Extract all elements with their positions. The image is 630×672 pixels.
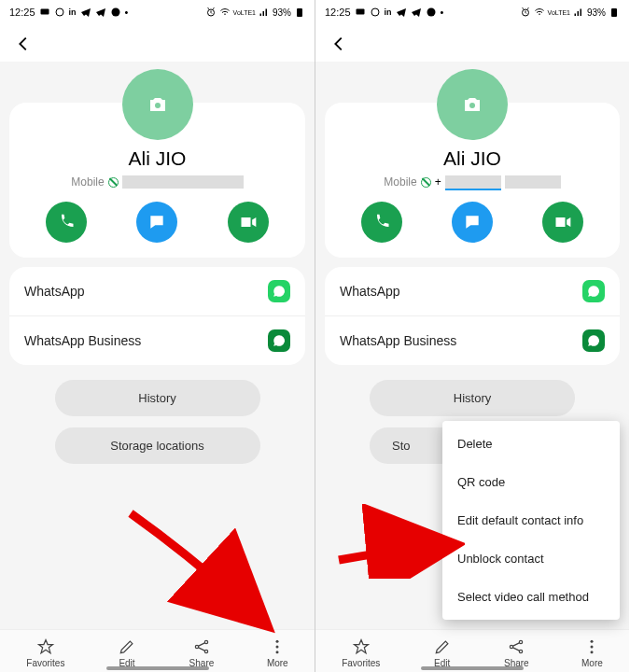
share-icon: [192, 637, 211, 656]
history-button[interactable]: History: [370, 380, 575, 416]
header-row: [315, 24, 629, 62]
blocked-icon: [421, 177, 431, 188]
menu-edit-default[interactable]: Edit default contact info: [442, 501, 620, 539]
linked-apps-list: WhatsApp WhatsApp Business: [9, 267, 305, 365]
storage-truncated-label: Sto: [392, 439, 411, 453]
svg-point-8: [204, 650, 207, 652]
whatsapp-business-icon: [268, 329, 290, 352]
back-icon[interactable]: [13, 34, 34, 54]
activity-icon: [370, 7, 381, 18]
phone-row: Mobile +: [336, 175, 609, 189]
svg-point-1: [56, 8, 63, 16]
storage-button[interactable]: Storage locations: [55, 427, 260, 464]
edit-button[interactable]: Edit: [118, 637, 136, 668]
whatsapp-item[interactable]: WhatsApp: [9, 267, 305, 315]
lte-icon: VoLTE1: [233, 9, 256, 16]
call-button[interactable]: [46, 202, 87, 243]
contact-name: Ali JIO: [336, 147, 609, 170]
lte-icon: VoLTE1: [548, 9, 570, 16]
app-label: WhatsApp: [24, 284, 85, 299]
svg-point-17: [469, 103, 475, 108]
video-button[interactable]: [228, 202, 269, 243]
svg-point-21: [591, 640, 594, 643]
svg-point-10: [276, 646, 279, 649]
avatar[interactable]: [122, 69, 193, 140]
message-button[interactable]: [136, 202, 177, 243]
svg-point-5: [155, 103, 161, 108]
back-icon[interactable]: [329, 34, 349, 54]
more-notif-icon: •: [441, 7, 444, 18]
svg-point-9: [276, 640, 279, 643]
star-icon: [36, 637, 55, 656]
edit-button[interactable]: Edit: [433, 637, 452, 668]
video-button[interactable]: [542, 202, 583, 243]
whatsapp-icon: [582, 280, 605, 302]
svg-point-13: [371, 8, 379, 16]
nav-handle[interactable]: [106, 666, 209, 670]
nav-label: Favorites: [342, 658, 380, 668]
video-icon: [239, 213, 258, 231]
menu-video-call-method[interactable]: Select video call method: [442, 578, 620, 616]
app-label: WhatsApp Business: [24, 333, 141, 348]
alarm-icon: [205, 7, 217, 18]
menu-qr-code[interactable]: QR code: [442, 463, 620, 501]
whatsapp-item[interactable]: WhatsApp: [325, 267, 620, 315]
telegram-icon: [396, 7, 407, 18]
menu-unblock-contact[interactable]: Unblock contact: [442, 539, 620, 578]
avatar[interactable]: [437, 69, 508, 140]
nav-label: More: [267, 658, 288, 668]
svg-point-6: [195, 645, 198, 648]
chat-icon: [147, 213, 166, 231]
nav-handle[interactable]: [421, 666, 524, 670]
more-button[interactable]: More: [581, 637, 603, 668]
telegram-icon-2: [411, 7, 422, 18]
activity-icon: [54, 7, 65, 18]
message-button[interactable]: [452, 202, 493, 243]
video-icon: [553, 213, 572, 231]
signal-icon: [573, 7, 584, 18]
phone-row: Mobile: [21, 175, 294, 189]
phone-type: Mobile: [71, 175, 104, 189]
more-icon: [582, 637, 601, 656]
phone-screen-left: 12:25 in • VoLTE1 93% Ali JIO: [0, 0, 315, 672]
battery-icon: [609, 7, 620, 18]
svg-rect-16: [611, 8, 617, 17]
status-time: 12:25: [9, 7, 35, 18]
share-icon: [507, 637, 525, 656]
nav-label: Favorites: [26, 658, 64, 668]
im-icon: in: [385, 7, 392, 17]
history-button[interactable]: History: [55, 380, 260, 416]
whatsapp-business-icon: [582, 329, 605, 352]
chat-icon: [463, 213, 482, 231]
share-button[interactable]: Share: [504, 637, 529, 668]
svg-point-19: [520, 640, 523, 643]
menu-delete[interactable]: Delete: [442, 425, 620, 463]
svg-point-23: [591, 651, 594, 653]
signal-icon: [259, 7, 270, 18]
favorites-button[interactable]: Favorites: [26, 637, 64, 668]
svg-point-14: [427, 8, 435, 17]
svg-rect-0: [40, 9, 49, 15]
phone-number-redacted: [122, 175, 244, 189]
share-button[interactable]: Share: [189, 637, 215, 668]
contact-name: Ali JIO: [21, 147, 294, 170]
svg-rect-12: [356, 9, 364, 15]
more-button[interactable]: More: [267, 637, 288, 668]
favorites-button[interactable]: Favorites: [342, 637, 380, 668]
svg-point-20: [520, 650, 523, 652]
phone-icon: [57, 213, 76, 231]
battery-icon: [294, 7, 305, 18]
whatsapp-business-item[interactable]: WhatsApp Business: [9, 315, 305, 365]
pencil-icon: [433, 637, 452, 656]
call-button[interactable]: [361, 202, 402, 243]
battery-percent: 93%: [273, 7, 291, 18]
phone-plus: +: [435, 175, 441, 189]
tutorial-arrow: [121, 504, 289, 644]
phone-icon: [372, 213, 391, 231]
fb-icon: [110, 7, 121, 18]
pencil-icon: [118, 637, 136, 656]
wifi-icon: [219, 7, 231, 18]
whatsapp-business-item[interactable]: WhatsApp Business: [325, 315, 620, 365]
svg-point-2: [111, 8, 119, 17]
svg-point-7: [204, 640, 207, 643]
